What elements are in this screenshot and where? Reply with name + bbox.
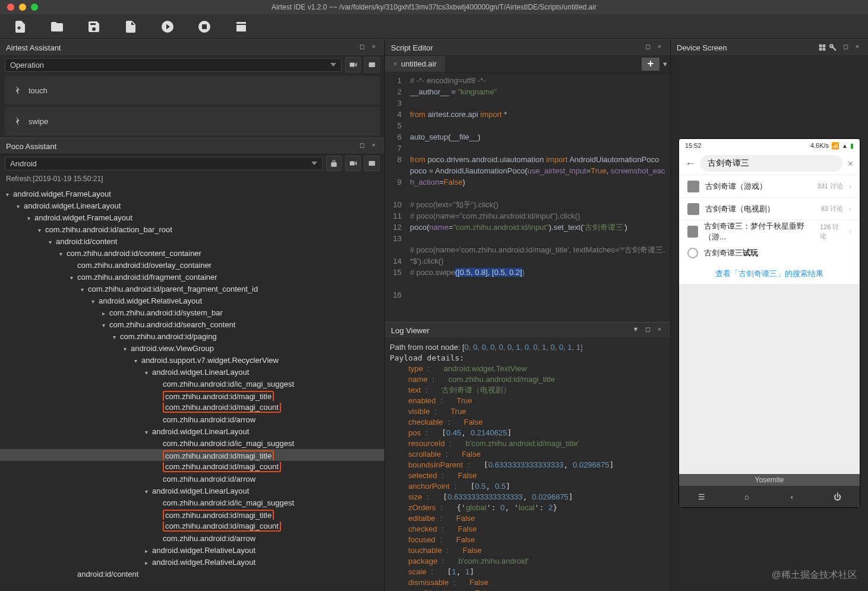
tree-node[interactable]: android.widget.LinearLayout [0,485,384,497]
tree-node[interactable]: com.zhihu.android:id/action_bar_root [0,223,384,235]
tree-node[interactable]: com.zhihu.android:id/search_content [0,318,384,330]
tree-node[interactable]: com.zhihu.android:id/magi_count [0,461,384,473]
close-icon[interactable] [7,4,14,11]
panel-close-icon[interactable]: × [655,325,664,335]
tree-node[interactable]: android.view.ViewGroup [0,342,384,354]
panel-detach-icon[interactable]: ◻ [643,43,652,52]
tree-node[interactable]: com.zhihu.android:id/system_bar [0,306,384,318]
tree-node[interactable]: android:id/content [0,568,384,580]
tree-node[interactable]: android.widget.LinearLayout [0,200,384,211]
phone-suggestion-row[interactable]: 古剑奇谭（电视剧）83 讨论› [679,197,860,220]
device-grid-icon[interactable] [817,42,828,53]
assistant-item-touch[interactable]: touch [5,76,380,105]
wifi-icon: ▲ [842,143,848,149]
tree-node[interactable]: com.zhihu.android:id/arrow [0,532,384,544]
panel-detach-icon[interactable]: ◻ [357,43,367,52]
tree-node[interactable]: android.widget.FrameLayout [0,188,384,200]
main-toolbar [0,14,868,39]
poco-panel-title: Poco Assistant ◻ × [0,138,384,154]
phone-clear-icon[interactable]: ✕ [847,159,854,168]
maximize-icon[interactable] [31,4,38,11]
panel-close-icon[interactable]: × [655,43,664,52]
tree-node[interactable]: com.zhihu.android:id/content_container [0,247,384,259]
phone-trial-row[interactable]: 古剑奇谭三试玩 [679,242,860,264]
tree-node[interactable]: com.zhihu.android:id/parent_fragment_con… [0,283,384,295]
nav-home-icon[interactable]: ⌂ [724,486,769,507]
new-file-icon[interactable] [13,20,27,34]
nav-menu-icon[interactable]: ☰ [679,486,724,507]
tree-node[interactable]: android.widget.LinearLayout [0,366,384,378]
phone-time: 15:52 [685,142,702,149]
play-icon[interactable] [160,20,175,34]
code-editor[interactable]: 12345678910111213141516 # -*- encoding=u… [385,72,670,322]
tree-node[interactable]: com.zhihu.android:id/ic_magi_suggest [0,497,384,508]
tree-node[interactable]: com.zhihu.android:id/fragment_container [0,271,384,283]
poco-mode-select[interactable]: Android [5,157,323,170]
record-button[interactable] [345,57,361,72]
log-icon[interactable] [234,20,248,34]
phone-search-bar: ← ✕ [679,152,860,175]
middle-column: Script Editor ◻ × × untitled.air + ▾ 123… [384,39,671,591]
tree-node[interactable]: android.support.v7.widget.RecyclerView [0,354,384,366]
phone-search-input[interactable] [700,155,842,172]
tab-untitled[interactable]: × untitled.air [385,56,445,72]
tree-node[interactable]: com.zhihu.android:id/magi_title [0,508,384,520]
panel-detach-icon[interactable]: ◻ [841,43,850,52]
operation-label: Operation [10,61,44,69]
tree-node[interactable]: com.zhihu.android:id/ic_magi_suggest [0,437,384,449]
stop-icon[interactable] [197,20,212,34]
tree-node[interactable]: com.zhihu.android:id/paging [0,330,384,342]
new-tab-button[interactable]: + [642,58,659,71]
tree-node[interactable]: com.zhihu.android:id/arrow [0,413,384,425]
device-tools-icon[interactable] [828,42,838,53]
phone-suggestion-row[interactable]: 古剑奇谭三：梦付千秋星垂野（游...126 讨论› [679,220,860,242]
tree-node[interactable]: android:id/content [0,235,384,247]
poco-record-button[interactable] [345,156,361,171]
assistant-item-swipe[interactable]: swipe [5,107,380,135]
tree-node[interactable]: com.zhihu.android:id/magi_title [0,390,384,402]
nav-back-icon[interactable]: ‹ [769,486,815,507]
chevron-right-icon: › [849,205,851,213]
tree-node[interactable]: com.zhihu.android:id/arrow [0,473,384,485]
tree-node[interactable]: com.zhihu.android:id/ic_magi_suggest [0,378,384,390]
panel-detach-icon[interactable]: ◻ [643,325,652,335]
trial-text: 古剑奇谭三 [704,248,743,257]
chevron-down-icon [311,162,317,165]
signal-icon: 📶 [831,142,839,150]
phone-net: 4.6K/s [810,142,829,149]
minimize-icon[interactable] [19,4,26,11]
phone-see-all[interactable]: 查看「古剑奇谭三」的搜索结果 [679,264,860,284]
tree-node[interactable]: android.widget.RelativeLayout [0,556,384,568]
tree-node[interactable]: com.zhihu.android:id/magi_title [0,449,384,461]
tree-node[interactable]: android.widget.FrameLayout [0,211,384,223]
device-panel-title: Device Screen ◻ × [671,39,868,56]
capture-button[interactable] [364,57,380,72]
poco-lock-button[interactable] [326,156,342,171]
tab-label: untitled.air [401,59,437,68]
operation-select[interactable]: Operation [5,58,342,72]
poco-capture-button[interactable] [364,156,380,171]
phone-suggestion-row[interactable]: 古剑奇谭（游戏）331 讨论› [679,175,860,197]
tab-overflow-icon[interactable]: ▾ [659,59,670,68]
tree-node[interactable]: com.zhihu.android:id/overlay_container [0,259,384,271]
panel-close-icon[interactable]: × [369,43,378,52]
poco-refresh-label: Refresh:[2019-01-19 15:50:21] [0,172,384,185]
open-folder-icon[interactable] [50,20,64,34]
tab-close-icon[interactable]: × [393,60,397,68]
poco-tree[interactable]: android.widget.FrameLayoutandroid.widget… [0,185,384,591]
nav-power-icon[interactable]: ⏻ [815,486,860,507]
tree-node[interactable]: android.widget.RelativeLayout [0,544,384,556]
panel-close-icon[interactable]: × [853,43,862,52]
tree-node[interactable]: android.widget.RelativeLayout [0,295,384,306]
tree-node[interactable]: com.zhihu.android:id/magi_count [0,520,384,532]
save-as-icon[interactable] [124,20,138,34]
panel-detach-icon[interactable]: ◻ [357,141,367,151]
phone-back-icon[interactable]: ← [685,157,696,170]
log-filter-icon[interactable]: ▼ [631,325,640,335]
tree-node[interactable]: com.zhihu.android:id/magi_count [0,402,384,413]
panel-close-icon[interactable]: × [369,141,378,151]
save-icon[interactable] [87,20,101,34]
device-model: Yosemite [679,474,860,486]
tree-node[interactable]: android.widget.LinearLayout [0,425,384,437]
device-phone[interactable]: 15:52 4.6K/s 📶 ▲ ▮ ← ✕ 古剑奇谭（游戏）331 讨论›古剑… [679,139,860,507]
